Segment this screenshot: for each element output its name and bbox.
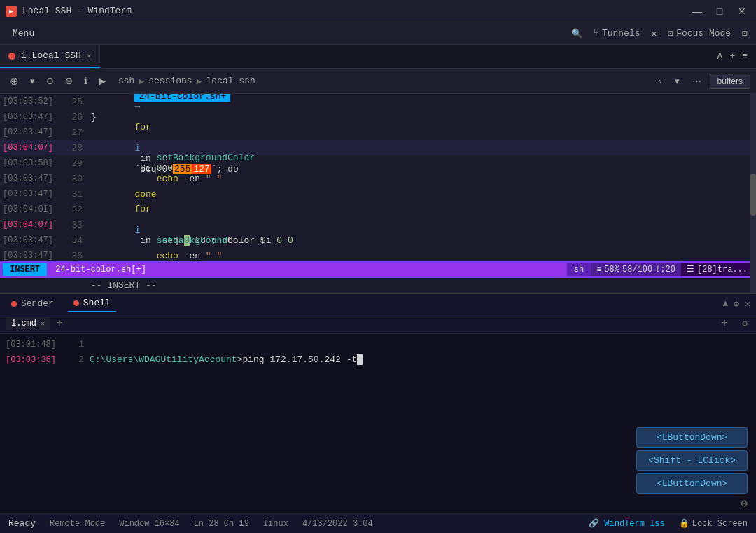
- editor-lines: [03:03:52] 25 24-bit-color.sh+ → [03:03:…: [0, 94, 756, 261]
- back-button[interactable]: ›: [654, 73, 666, 89]
- shell-settings-icon[interactable]: ⚙: [739, 318, 750, 329]
- linenum-25: 25: [63, 97, 88, 107]
- status-os: linux: [263, 519, 288, 529]
- timestamp-30: [03:03:47]: [0, 174, 63, 184]
- status-bar: Ready Remote Mode Window 16×84 Ln 28 Ch …: [0, 513, 756, 533]
- breadcrumb: ssh ▶ sessions ▶ local ssh: [113, 76, 652, 87]
- timestamp-27: [03:03:47]: [0, 127, 63, 137]
- shell-area: 1.cmd ✕ + + ⚙ [03:01:48] 1 [03:03:36] 2 …: [0, 314, 756, 514]
- run-button[interactable]: ▶: [94, 73, 110, 89]
- linenum-32: 32: [63, 205, 88, 215]
- shell-tab-right-add[interactable]: +: [716, 317, 734, 330]
- window-controls: — □ ✕: [689, 4, 750, 18]
- buffers-button[interactable]: buffers: [710, 74, 750, 89]
- settings-button[interactable]: ⊛: [61, 73, 77, 89]
- lbuttondown-button-1[interactable]: <LButtonDown>: [636, 427, 748, 448]
- breadcrumb-sessions: sessions: [148, 76, 192, 86]
- status-remote-mode: Remote Mode: [50, 519, 105, 529]
- lock-icon: 🔒: [679, 518, 690, 529]
- timestamp-33: [03:04:07]: [0, 220, 63, 230]
- shell-tab-bar: 1.cmd ✕ + + ⚙: [0, 314, 756, 334]
- panel-close-button[interactable]: ✕: [745, 298, 750, 310]
- panel-header: Sender Shell ▲ ⚙ ✕: [0, 293, 756, 314]
- shell-label: Shell: [83, 298, 111, 308]
- maximize-button[interactable]: □: [711, 4, 728, 18]
- shell-gear-icon[interactable]: ⚙: [741, 497, 748, 511]
- shell-tab-add[interactable]: +: [56, 317, 63, 330]
- tab-action-a[interactable]: A: [718, 51, 723, 62]
- panel-settings-button[interactable]: ⚙: [734, 298, 739, 310]
- toolbar: ⊕ ▾ ⊙ ⊛ ℹ ▶ ssh ▶ sessions ▶ local ssh ›…: [0, 69, 756, 94]
- timestamp-25: [03:03:52]: [0, 97, 63, 106]
- timestamp-32: [03:04:01]: [0, 205, 63, 214]
- code-line-25: [03:03:52] 25 24-bit-color.sh+ →: [0, 94, 756, 109]
- menu-right: 🔍 ⑂ Tunnels ✕ ⊡ Focus Mode ⊡: [571, 28, 748, 39]
- linenum-29: 29: [63, 158, 88, 169]
- lbuttondown-button-2[interactable]: <LButtonDown>: [636, 473, 748, 494]
- lock-label: Lock Screen: [692, 519, 748, 529]
- breadcrumb-local-ssh: local ssh: [206, 76, 255, 86]
- tab-bar: 1.Local SSH ✕ A + ≡: [0, 45, 756, 69]
- status-ready: Ready: [8, 518, 36, 529]
- status-cursor-pos: Ln 28 Ch 19: [194, 519, 249, 529]
- editor-scrollbar[interactable]: [750, 94, 756, 293]
- more-button[interactable]: ⋯: [688, 73, 706, 89]
- info-button[interactable]: ℹ: [80, 73, 92, 89]
- shift-lclick-button[interactable]: <Shift - LClick>: [636, 450, 748, 471]
- timestamp-28: [03:04:07]: [0, 143, 63, 153]
- new-session-button[interactable]: ⊕: [6, 72, 23, 90]
- status-lang-label: sh: [567, 263, 591, 276]
- duplicate-button[interactable]: ⊙: [42, 73, 58, 89]
- windterm-icon: 🔗: [589, 519, 599, 529]
- tab-menu-button[interactable]: ≡: [742, 51, 748, 62]
- shell-tab-close[interactable]: ✕: [41, 319, 45, 328]
- shell-ts-2: [03:03:36]: [6, 355, 69, 365]
- linenum-27: 27: [63, 127, 88, 138]
- linenum-33: 33: [63, 220, 88, 230]
- status-filename-label: 24-bit-color.sh[+]: [47, 263, 567, 276]
- status-percent-label: ≡ 58% 58/100 ℓ:20: [591, 263, 681, 276]
- tab-label: 1.Local SSH: [21, 50, 81, 61]
- status-insert-label: INSERT: [3, 263, 47, 276]
- shell-dot: [74, 300, 79, 306]
- sender-dot: [11, 301, 17, 307]
- focus-mode-button[interactable]: ⊡ Focus Mode: [668, 28, 731, 39]
- linenum-35: 35: [63, 251, 88, 261]
- shell-content: [03:01:48] 1 [03:03:36] 2 C:\Users\WDAGU…: [0, 334, 756, 514]
- timestamp-26: [03:03:47]: [0, 112, 63, 122]
- linenum-34: 34: [63, 235, 88, 246]
- lock-screen-button[interactable]: 🔒 Lock Screen: [679, 518, 748, 529]
- windterm-link[interactable]: 🔗 WindTerm Iss: [589, 518, 665, 529]
- floating-buttons: <LButtonDown> <Shift - LClick> <LButtonD…: [636, 427, 748, 494]
- toolbar-right: › ▾ ⋯ buffers: [654, 73, 750, 89]
- timestamp-34: [03:03:47]: [0, 235, 63, 245]
- menu-item-menu[interactable]: Menu: [8, 25, 38, 41]
- tab-close-button[interactable]: ✕: [87, 51, 92, 60]
- close-tunnels-icon[interactable]: ✕: [652, 28, 657, 39]
- minimize-button[interactable]: —: [689, 4, 706, 18]
- panel-tab-shell[interactable]: Shell: [68, 295, 116, 312]
- timestamp-29: [03:03:58]: [0, 158, 63, 168]
- chevron-button[interactable]: ▾: [671, 73, 684, 89]
- insert-mode-indicator: -- INSERT --: [0, 278, 756, 293]
- shell-tab-cmd[interactable]: 1.cmd ✕: [6, 317, 50, 330]
- fullscreen-button[interactable]: ⊡: [742, 28, 748, 39]
- editor-statusbar: INSERT 24-bit-color.sh[+] sh ≡ 58% 58/10…: [0, 261, 756, 278]
- search-button[interactable]: 🔍: [571, 28, 582, 39]
- close-button[interactable]: ✕: [734, 4, 750, 18]
- app-icon: ▶: [6, 6, 17, 17]
- shell-num-2: 2: [69, 354, 90, 365]
- panel-controls: ▲ ⚙ ✕: [723, 298, 750, 310]
- tab-local-ssh[interactable]: 1.Local SSH ✕: [0, 45, 100, 68]
- linecontent-36: done: [88, 256, 756, 261]
- sender-label: Sender: [21, 298, 54, 309]
- timestamp-31: [03:03:47]: [0, 189, 63, 199]
- tab-add-button[interactable]: +: [729, 51, 735, 62]
- panel-tab-sender[interactable]: Sender: [6, 296, 59, 312]
- panel-collapse-button[interactable]: ▲: [723, 298, 729, 310]
- linenum-26: 26: [63, 112, 88, 123]
- session-dropdown[interactable]: ▾: [26, 73, 39, 89]
- scrollbar-thumb[interactable]: [750, 174, 756, 216]
- tunnels-button[interactable]: ⑂ Tunnels: [594, 28, 640, 39]
- shell-ts-1: [03:01:48]: [6, 340, 69, 349]
